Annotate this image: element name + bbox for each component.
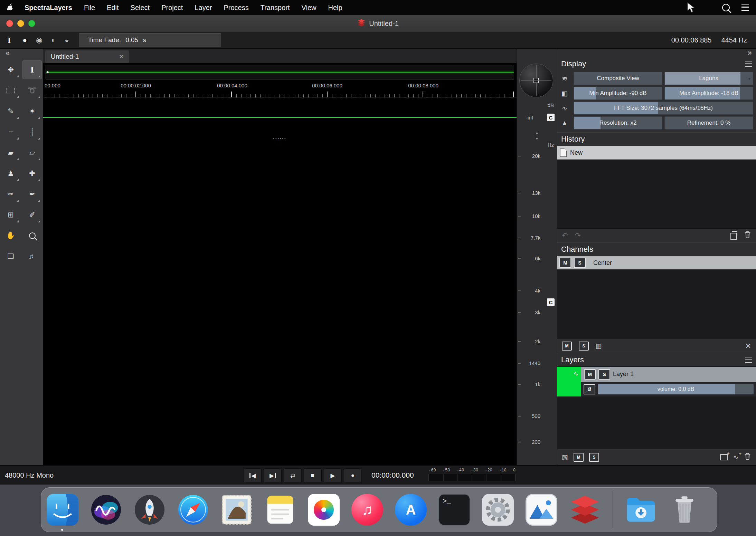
menu-process[interactable]: Process (224, 4, 248, 12)
time-fade-value-field[interactable]: 0.05 (124, 36, 140, 44)
dashed-selection-tool-button[interactable]: ╌ (1, 123, 20, 141)
dock-mail-icon[interactable] (221, 494, 253, 526)
new-wave-layer-icon[interactable]: ∿ (733, 453, 738, 461)
layers-solo-all-button[interactable]: S (589, 453, 599, 462)
time-selection-tool-button[interactable]: I (22, 60, 42, 79)
dock-photos-icon[interactable] (308, 494, 340, 526)
loop-button[interactable]: ⇄ (284, 468, 302, 483)
brush-selection-tool-button[interactable]: ✎ (1, 102, 20, 121)
menu-view[interactable]: View (302, 4, 316, 12)
layer-item[interactable]: ∿ M S Layer 1 Ø volume: 0.0 dB (557, 367, 756, 396)
3d-view-tool-button[interactable]: ❏ (1, 247, 20, 266)
fft-size-slider[interactable]: FFT Size: 3072 samples (64ms/16Hz) (574, 102, 753, 115)
delete-state-icon[interactable] (744, 231, 751, 240)
hand-tool-button[interactable]: ✋ (1, 226, 20, 245)
duplicate-state-icon[interactable] (730, 233, 737, 240)
dock-notes-icon[interactable] (264, 494, 296, 526)
menu-list-icon[interactable] (741, 4, 749, 11)
composite-layers-icon[interactable]: ≋ (558, 72, 571, 85)
skip-to-start-button[interactable]: ◀ (244, 468, 262, 483)
play-button[interactable]: ▶ (324, 468, 342, 483)
channels-mute-all-button[interactable]: M (562, 342, 572, 351)
selection-mode-add-icon[interactable]: ◉ (36, 36, 42, 44)
frequency-selection-tool-button[interactable]: ┊ (22, 123, 42, 141)
noise-eraser-tool-button[interactable]: ▱ (22, 143, 42, 162)
clone-brush-tool-button[interactable]: ✒ (22, 185, 42, 203)
dock-siri-icon[interactable] (90, 494, 122, 526)
peak-icon[interactable]: ▲ (558, 116, 571, 130)
max-amplitude-slider[interactable]: Max Amplitude: -18 dB (664, 87, 753, 100)
layer-thumbnail[interactable]: ∿ (557, 367, 581, 396)
dock-spectralayers-icon[interactable] (569, 494, 601, 526)
undo-icon[interactable]: ↶ (562, 231, 568, 240)
resolution-slider[interactable]: Resolution: x2 (574, 116, 662, 130)
selection-mode-subtract-icon[interactable]: ◐ (51, 36, 56, 44)
menu-project[interactable]: Project (161, 4, 183, 12)
pane-divider-handle[interactable]: •••••• (43, 137, 517, 141)
app-menu-name[interactable]: SpectraLayers (25, 4, 72, 12)
delete-layer-icon[interactable] (744, 452, 751, 462)
layer-phase-button[interactable]: Ø (584, 384, 595, 394)
fft-curve-icon[interactable]: ∿ (558, 102, 571, 115)
close-button[interactable] (6, 20, 13, 27)
transform-tool-button[interactable]: ⊞ (1, 205, 20, 224)
minimize-button[interactable] (17, 20, 24, 27)
channel-routing-icon[interactable]: ✕ (745, 342, 751, 350)
apple-menu-icon[interactable] (7, 3, 13, 12)
picker-tool-button[interactable]: ✐ (22, 205, 42, 224)
display-menu-icon[interactable] (745, 61, 752, 67)
collapse-left-panel-button[interactable]: « (0, 48, 43, 58)
dock-terminal-icon[interactable]: >_ (438, 494, 470, 526)
scroll-down-icon[interactable]: ▼ (535, 137, 539, 141)
dock-launchpad-icon[interactable] (134, 494, 166, 526)
menu-select[interactable]: Select (131, 4, 150, 12)
knob-center-handle[interactable] (533, 78, 539, 83)
dock-trash-icon[interactable] (669, 494, 700, 526)
clone-stamp-tool-button[interactable]: ♟ (1, 164, 20, 183)
dock-system-preferences-icon[interactable] (482, 494, 514, 526)
new-layer-icon[interactable] (720, 454, 728, 460)
min-amplitude-slider[interactable]: Min Amplitude: -90 dB (574, 87, 662, 100)
layers-mute-all-button[interactable]: M (574, 453, 584, 462)
time-ruler[interactable]: 00.000 00:00:02.000 00:00:04.000 00:00:0… (43, 82, 517, 98)
dock-safari-icon[interactable] (177, 494, 209, 526)
colormap-select[interactable]: Laguna ▾ (664, 72, 753, 85)
pencil-tool-button[interactable]: ✏ (1, 185, 20, 203)
stop-button[interactable]: ■ (304, 468, 322, 483)
channels-solo-all-button[interactable]: S (579, 342, 589, 351)
title-bar[interactable]: Untitled-1 (0, 15, 756, 32)
eraser-tool-button[interactable]: ▰ (1, 143, 20, 162)
menu-transport[interactable]: Transport (261, 4, 290, 12)
move-tool-button[interactable]: ✥ (1, 60, 20, 79)
layer-fill-icon[interactable]: ▧ (562, 453, 568, 461)
magic-wand-tool-button[interactable]: ✶ (22, 102, 42, 121)
menu-edit[interactable]: Edit (107, 4, 119, 12)
skip-to-end-button[interactable]: ▶ (264, 468, 282, 483)
tab-untitled-1[interactable]: Untitled-1 ✕ (45, 50, 129, 63)
redo-icon[interactable]: ↷ (575, 231, 581, 240)
rectangular-selection-tool-button[interactable] (1, 81, 20, 100)
menu-layer[interactable]: Layer (195, 4, 212, 12)
dock-app-store-icon[interactable]: A (395, 494, 427, 526)
scroll-up-icon[interactable]: ▲ (535, 131, 539, 135)
spotlight-search-icon[interactable] (722, 4, 730, 11)
dock-music-icon[interactable]: ♫ (351, 494, 383, 526)
selection-mode-intersect-icon[interactable]: ◒ (65, 36, 69, 44)
playback-tool-button[interactable]: ♬ (22, 247, 42, 266)
tab-close-icon[interactable]: ✕ (119, 54, 123, 60)
contrast-icon[interactable]: ◧ (558, 87, 571, 100)
record-button[interactable]: ● (344, 468, 362, 483)
menu-file[interactable]: File (84, 4, 95, 12)
collapse-right-panel-button[interactable]: » (748, 48, 752, 57)
layer-volume-slider[interactable]: volume: 0.0 dB (598, 384, 754, 394)
spectrogram-canvas[interactable]: •••••• (43, 98, 517, 465)
zoom-tool-button[interactable] (22, 226, 42, 245)
heal-tool-button[interactable]: ✚ (22, 164, 42, 183)
selection-mode-new-icon[interactable]: ● (22, 36, 27, 44)
dock-pro-app-icon[interactable] (526, 494, 557, 526)
channel-solo-button[interactable]: S (574, 258, 586, 268)
waveform-overview-strip[interactable] (46, 65, 514, 79)
navigation-knob[interactable] (519, 64, 553, 97)
channel-mute-button[interactable]: M (559, 258, 571, 268)
layer-solo-button[interactable]: S (598, 369, 610, 380)
